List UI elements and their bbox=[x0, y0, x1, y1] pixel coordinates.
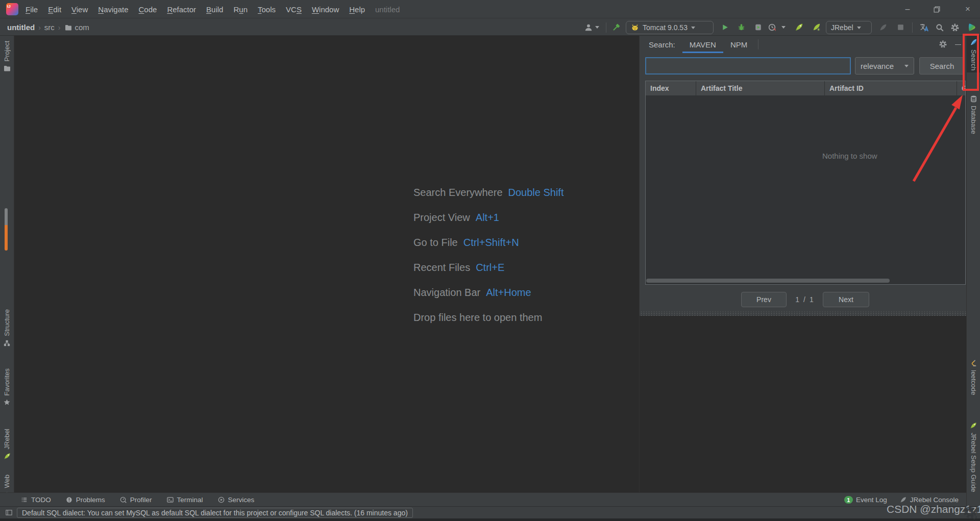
user-icon[interactable] bbox=[584, 19, 593, 36]
structure-icon bbox=[3, 339, 11, 347]
shortcut-keys: Ctrl+Shift+N bbox=[463, 237, 519, 249]
menu-navigate[interactable]: Navigate bbox=[93, 5, 133, 14]
build-hammer-icon[interactable] bbox=[611, 19, 621, 36]
toolwindow-button-todo[interactable]: TODO bbox=[20, 496, 51, 504]
toolwindow-button-label: Profiler bbox=[130, 496, 152, 504]
column-header-0[interactable]: Index bbox=[646, 81, 696, 95]
status-bar: Default SQL dialect: You can set MySQL a… bbox=[0, 506, 980, 518]
jrebel-debug-icon[interactable] bbox=[812, 19, 821, 36]
toolwindow-button-terminal[interactable]: Terminal bbox=[166, 496, 203, 504]
hide-panel-icon[interactable] bbox=[955, 40, 962, 49]
tool-strip-label: Structure bbox=[3, 309, 11, 336]
shortcut-hint-row: Navigation BarAlt+Home bbox=[413, 280, 564, 305]
run-icon[interactable] bbox=[721, 19, 729, 36]
tool-strip-label: JRebel bbox=[3, 429, 11, 449]
tool-strip-tab-structure[interactable]: Structure bbox=[0, 307, 14, 349]
sort-select[interactable]: relevance bbox=[855, 57, 914, 75]
tool-strip-drag-indicator bbox=[5, 208, 8, 251]
search-panel-title: Search: bbox=[649, 40, 675, 53]
close-icon[interactable]: × bbox=[955, 0, 980, 18]
horizontal-scrollbar-thumb[interactable] bbox=[646, 279, 890, 283]
shortcut-hint-row: Go to FileCtrl+Shift+N bbox=[413, 230, 564, 255]
menu-edit[interactable]: Edit bbox=[43, 5, 66, 14]
menu-tools[interactable]: Tools bbox=[253, 5, 281, 14]
tool-strip-tab-project[interactable]: Project bbox=[0, 39, 14, 75]
next-page-button[interactable]: Next bbox=[823, 292, 869, 307]
terminal-icon bbox=[166, 496, 174, 504]
toolwindow-button-problems[interactable]: Problems bbox=[65, 496, 105, 504]
translate-icon[interactable] bbox=[919, 19, 929, 36]
jrebel-run-icon[interactable] bbox=[794, 19, 804, 36]
shortcut-action: Drop files here to open them bbox=[413, 312, 542, 324]
breadcrumb-separator: › bbox=[38, 23, 41, 32]
toolwindow-button-event-log[interactable]: 1Event Log bbox=[844, 496, 887, 504]
breadcrumb-item-src[interactable]: src bbox=[44, 23, 55, 32]
coverage-icon[interactable] bbox=[754, 19, 763, 36]
tool-strip-tab-favorites[interactable]: Favorites bbox=[0, 366, 14, 408]
tool-window-bar: TODOProblemsProfilerTerminalServices 1Ev… bbox=[0, 492, 966, 506]
restore-icon[interactable] bbox=[926, 0, 947, 18]
toolwindow-button-label: Problems bbox=[76, 496, 105, 504]
chevron-down-icon[interactable] bbox=[595, 19, 599, 36]
breadcrumb-item-untitled[interactable]: untitled bbox=[7, 23, 35, 32]
tool-window-bar-left: TODOProblemsProfilerTerminalServices bbox=[20, 493, 254, 507]
tab-maven[interactable]: MAVEN bbox=[682, 36, 723, 53]
debug-icon[interactable] bbox=[737, 19, 746, 36]
titlebar: IJ FileEditViewNavigateCodeRefactorBuild… bbox=[0, 0, 980, 18]
event-log-badge: 1 bbox=[844, 496, 853, 504]
tab-npm[interactable]: NPM bbox=[723, 36, 754, 53]
menu-refactor[interactable]: Refactor bbox=[162, 5, 201, 14]
stop-icon[interactable] bbox=[897, 19, 904, 36]
shortcut-hint-row: Search EverywhereDouble Shift bbox=[413, 180, 564, 205]
toolwindow-button-profiler[interactable]: Profiler bbox=[119, 496, 152, 504]
chevron-down-icon[interactable] bbox=[781, 19, 786, 36]
tool-strip-tab-leetcode[interactable]: leetcode bbox=[967, 357, 980, 397]
star-icon bbox=[3, 399, 11, 406]
menu-code[interactable]: Code bbox=[134, 5, 162, 14]
search-button[interactable]: Search bbox=[919, 57, 965, 75]
sort-select-value: relevance bbox=[861, 62, 894, 70]
menu-build[interactable]: Build bbox=[201, 5, 228, 14]
shortcut-action: Recent Files bbox=[413, 262, 470, 274]
empty-results-label: Nothing to show bbox=[822, 152, 877, 160]
menu-help[interactable]: Help bbox=[344, 5, 370, 14]
menu-file[interactable]: File bbox=[20, 5, 43, 14]
shortcut-action: Go to File bbox=[413, 237, 458, 249]
toolbar-separator bbox=[606, 22, 606, 33]
breadcrumb-item-com[interactable]: com bbox=[75, 23, 89, 32]
annotation-arrow bbox=[888, 77, 980, 194]
gear-icon[interactable] bbox=[939, 40, 947, 48]
tomcat-icon bbox=[631, 23, 639, 32]
menu-view[interactable]: View bbox=[66, 5, 93, 14]
menu-run[interactable]: Run bbox=[228, 5, 253, 14]
rocket-icon bbox=[3, 452, 11, 460]
breadcrumb: untitled›src›com bbox=[7, 19, 89, 36]
gear-icon[interactable] bbox=[950, 19, 960, 36]
shortcut-action: Project View bbox=[413, 212, 470, 224]
run-configuration-select[interactable]: Tomcat 9.0.53 bbox=[626, 21, 714, 34]
page-counter: 1 / 1 bbox=[789, 292, 820, 307]
tool-strip-tab-jrebel[interactable]: JRebel bbox=[0, 427, 14, 462]
jrebel-offline-icon[interactable] bbox=[878, 19, 888, 36]
rocket-icon bbox=[969, 421, 977, 430]
prev-page-button[interactable]: Prev bbox=[741, 292, 787, 307]
horizontal-scrollbar bbox=[646, 278, 965, 284]
tool-window-toggle-icon[interactable] bbox=[5, 509, 13, 516]
profiler-run-icon[interactable] bbox=[768, 19, 776, 36]
menu-window[interactable]: Window bbox=[307, 5, 344, 14]
artifact-search-input[interactable] bbox=[645, 57, 851, 75]
tool-strip-tab-jrebel-setup-guide[interactable]: JRebel Setup Guide bbox=[967, 419, 980, 494]
jrebel-select[interactable]: JRebel bbox=[826, 21, 872, 34]
column-header-1[interactable]: Artifact Title bbox=[696, 81, 825, 95]
toolwindow-button-label: Event Log bbox=[856, 496, 887, 504]
profiler-icon bbox=[119, 496, 127, 504]
minimize-icon[interactable]: – bbox=[897, 0, 918, 18]
status-message[interactable]: Default SQL dialect: You can set MySQL a… bbox=[17, 508, 413, 518]
editor-empty-area[interactable]: Search EverywhereDouble ShiftProject Vie… bbox=[14, 36, 639, 492]
leetcode-icon bbox=[970, 359, 977, 367]
panel-splitter[interactable] bbox=[640, 311, 966, 316]
toolwindow-button-services[interactable]: Services bbox=[217, 496, 255, 504]
toolwindow-button-jrebel-console[interactable]: JRebel Console bbox=[899, 496, 959, 504]
menu-vcs[interactable]: VCS bbox=[281, 5, 307, 14]
search-icon[interactable] bbox=[935, 19, 944, 36]
